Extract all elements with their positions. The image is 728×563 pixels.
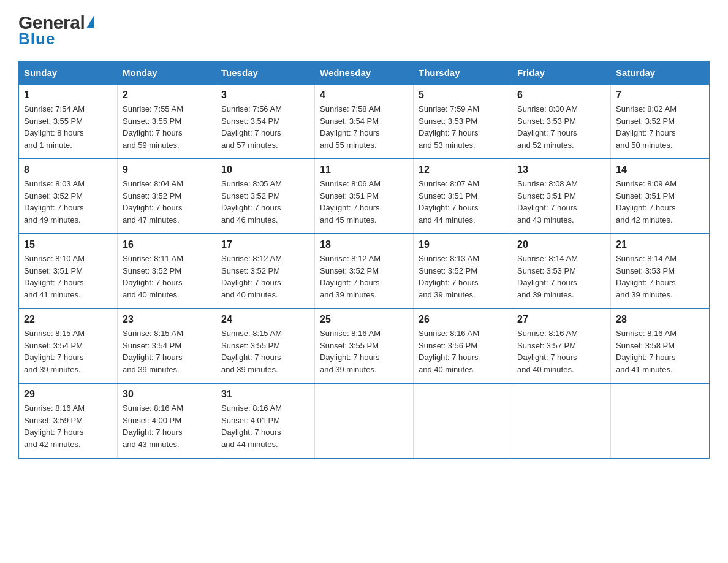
day-number: 2 <box>123 90 211 101</box>
calendar-table: SundayMondayTuesdayWednesdayThursdayFrid… <box>18 61 710 459</box>
day-info: Sunrise: 8:13 AMSunset: 3:52 PMDaylight:… <box>419 253 507 301</box>
day-number: 18 <box>320 239 408 250</box>
day-info: Sunrise: 8:16 AMSunset: 3:58 PMDaylight:… <box>616 327 704 375</box>
column-header-friday: Friday <box>512 61 611 85</box>
day-number: 20 <box>517 239 605 250</box>
day-number: 12 <box>419 164 507 175</box>
day-number: 19 <box>419 239 507 250</box>
day-info: Sunrise: 7:59 AMSunset: 3:53 PMDaylight:… <box>419 103 507 151</box>
day-number: 7 <box>616 90 704 101</box>
day-info: Sunrise: 8:02 AMSunset: 3:52 PMDaylight:… <box>616 103 704 151</box>
day-number: 4 <box>320 90 408 101</box>
day-number: 5 <box>419 90 507 101</box>
calendar-cell: 9 Sunrise: 8:04 AMSunset: 3:52 PMDayligh… <box>118 159 216 234</box>
day-info: Sunrise: 8:14 AMSunset: 3:53 PMDaylight:… <box>616 253 704 301</box>
calendar-cell: 21 Sunrise: 8:14 AMSunset: 3:53 PMDaylig… <box>611 234 710 308</box>
day-info: Sunrise: 8:12 AMSunset: 3:52 PMDaylight:… <box>320 253 408 301</box>
calendar-cell: 5 Sunrise: 7:59 AMSunset: 3:53 PMDayligh… <box>414 85 512 159</box>
day-info: Sunrise: 8:06 AMSunset: 3:51 PMDaylight:… <box>320 178 408 226</box>
column-header-monday: Monday <box>118 61 216 85</box>
calendar-cell: 30 Sunrise: 8:16 AMSunset: 4:00 PMDaylig… <box>118 383 216 458</box>
calendar-cell <box>315 383 414 458</box>
calendar-cell: 10 Sunrise: 8:05 AMSunset: 3:52 PMDaylig… <box>216 159 315 234</box>
day-info: Sunrise: 8:15 AMSunset: 3:54 PMDaylight:… <box>123 327 211 375</box>
calendar-cell: 16 Sunrise: 8:11 AMSunset: 3:52 PMDaylig… <box>118 234 216 308</box>
day-number: 23 <box>123 314 211 325</box>
day-info: Sunrise: 8:16 AMSunset: 4:01 PMDaylight:… <box>221 402 309 450</box>
day-number: 15 <box>24 239 112 250</box>
calendar-week-row: 1 Sunrise: 7:54 AMSunset: 3:55 PMDayligh… <box>19 85 710 159</box>
calendar-cell: 29 Sunrise: 8:16 AMSunset: 3:59 PMDaylig… <box>19 383 118 458</box>
day-number: 3 <box>221 90 309 101</box>
day-info: Sunrise: 8:11 AMSunset: 3:52 PMDaylight:… <box>123 253 211 301</box>
logo-blue-text: Blue <box>18 29 55 48</box>
calendar-cell: 7 Sunrise: 8:02 AMSunset: 3:52 PMDayligh… <box>611 85 710 159</box>
day-info: Sunrise: 8:15 AMSunset: 3:54 PMDaylight:… <box>24 327 112 375</box>
calendar-cell: 19 Sunrise: 8:13 AMSunset: 3:52 PMDaylig… <box>414 234 512 308</box>
day-number: 22 <box>24 314 112 325</box>
day-number: 9 <box>123 164 211 175</box>
calendar-cell: 23 Sunrise: 8:15 AMSunset: 3:54 PMDaylig… <box>118 308 216 383</box>
day-number: 24 <box>221 314 309 325</box>
calendar-cell: 12 Sunrise: 8:07 AMSunset: 3:51 PMDaylig… <box>414 159 512 234</box>
calendar-cell: 20 Sunrise: 8:14 AMSunset: 3:53 PMDaylig… <box>512 234 611 308</box>
page-header: General Blue <box>18 12 710 48</box>
logo: General Blue <box>18 12 94 48</box>
day-number: 21 <box>616 239 704 250</box>
day-number: 11 <box>320 164 408 175</box>
day-number: 6 <box>517 90 605 101</box>
calendar-cell: 14 Sunrise: 8:09 AMSunset: 3:51 PMDaylig… <box>611 159 710 234</box>
column-header-saturday: Saturday <box>611 61 710 85</box>
day-info: Sunrise: 8:16 AMSunset: 3:57 PMDaylight:… <box>517 327 605 375</box>
day-number: 13 <box>517 164 605 175</box>
day-info: Sunrise: 8:16 AMSunset: 3:59 PMDaylight:… <box>24 402 112 450</box>
calendar-cell <box>512 383 611 458</box>
day-info: Sunrise: 8:16 AMSunset: 4:00 PMDaylight:… <box>123 402 211 450</box>
day-info: Sunrise: 8:16 AMSunset: 3:55 PMDaylight:… <box>320 327 408 375</box>
day-number: 16 <box>123 239 211 250</box>
column-header-tuesday: Tuesday <box>216 61 315 85</box>
calendar-cell: 8 Sunrise: 8:03 AMSunset: 3:52 PMDayligh… <box>19 159 118 234</box>
day-info: Sunrise: 8:07 AMSunset: 3:51 PMDaylight:… <box>419 178 507 226</box>
calendar-cell: 28 Sunrise: 8:16 AMSunset: 3:58 PMDaylig… <box>611 308 710 383</box>
day-number: 29 <box>24 389 112 400</box>
day-info: Sunrise: 7:54 AMSunset: 3:55 PMDaylight:… <box>24 103 112 151</box>
day-number: 1 <box>24 90 112 101</box>
logo-triangle-icon <box>86 15 94 28</box>
day-number: 28 <box>616 314 704 325</box>
day-info: Sunrise: 8:00 AMSunset: 3:53 PMDaylight:… <box>517 103 605 151</box>
calendar-cell: 27 Sunrise: 8:16 AMSunset: 3:57 PMDaylig… <box>512 308 611 383</box>
calendar-cell: 3 Sunrise: 7:56 AMSunset: 3:54 PMDayligh… <box>216 85 315 159</box>
day-info: Sunrise: 7:58 AMSunset: 3:54 PMDaylight:… <box>320 103 408 151</box>
day-number: 8 <box>24 164 112 175</box>
calendar-cell: 2 Sunrise: 7:55 AMSunset: 3:55 PMDayligh… <box>118 85 216 159</box>
day-number: 17 <box>221 239 309 250</box>
calendar-cell: 31 Sunrise: 8:16 AMSunset: 4:01 PMDaylig… <box>216 383 315 458</box>
calendar-cell: 15 Sunrise: 8:10 AMSunset: 3:51 PMDaylig… <box>19 234 118 308</box>
day-info: Sunrise: 8:16 AMSunset: 3:56 PMDaylight:… <box>419 327 507 375</box>
day-number: 10 <box>221 164 309 175</box>
day-info: Sunrise: 8:05 AMSunset: 3:52 PMDaylight:… <box>221 178 309 226</box>
day-info: Sunrise: 8:10 AMSunset: 3:51 PMDaylight:… <box>24 253 112 301</box>
day-info: Sunrise: 8:14 AMSunset: 3:53 PMDaylight:… <box>517 253 605 301</box>
day-info: Sunrise: 8:12 AMSunset: 3:52 PMDaylight:… <box>221 253 309 301</box>
day-info: Sunrise: 8:09 AMSunset: 3:51 PMDaylight:… <box>616 178 704 226</box>
calendar-cell: 22 Sunrise: 8:15 AMSunset: 3:54 PMDaylig… <box>19 308 118 383</box>
calendar-cell: 1 Sunrise: 7:54 AMSunset: 3:55 PMDayligh… <box>19 85 118 159</box>
day-info: Sunrise: 8:15 AMSunset: 3:55 PMDaylight:… <box>221 327 309 375</box>
calendar-cell: 6 Sunrise: 8:00 AMSunset: 3:53 PMDayligh… <box>512 85 611 159</box>
day-info: Sunrise: 7:56 AMSunset: 3:54 PMDaylight:… <box>221 103 309 151</box>
calendar-cell: 13 Sunrise: 8:08 AMSunset: 3:51 PMDaylig… <box>512 159 611 234</box>
day-info: Sunrise: 7:55 AMSunset: 3:55 PMDaylight:… <box>123 103 211 151</box>
calendar-cell: 4 Sunrise: 7:58 AMSunset: 3:54 PMDayligh… <box>315 85 414 159</box>
day-number: 31 <box>221 389 309 400</box>
calendar-week-row: 8 Sunrise: 8:03 AMSunset: 3:52 PMDayligh… <box>19 159 710 234</box>
day-info: Sunrise: 8:08 AMSunset: 3:51 PMDaylight:… <box>517 178 605 226</box>
calendar-week-row: 22 Sunrise: 8:15 AMSunset: 3:54 PMDaylig… <box>19 308 710 383</box>
day-info: Sunrise: 8:04 AMSunset: 3:52 PMDaylight:… <box>123 178 211 226</box>
calendar-cell: 26 Sunrise: 8:16 AMSunset: 3:56 PMDaylig… <box>414 308 512 383</box>
calendar-header-row: SundayMondayTuesdayWednesdayThursdayFrid… <box>19 61 710 85</box>
calendar-cell: 17 Sunrise: 8:12 AMSunset: 3:52 PMDaylig… <box>216 234 315 308</box>
calendar-week-row: 15 Sunrise: 8:10 AMSunset: 3:51 PMDaylig… <box>19 234 710 308</box>
day-number: 25 <box>320 314 408 325</box>
